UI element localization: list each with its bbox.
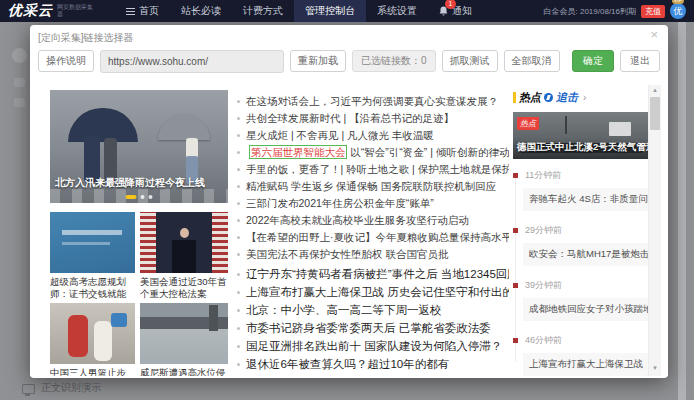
photo-sign-image xyxy=(50,212,135,273)
bullet-icon xyxy=(513,283,518,288)
hot-news-card[interactable]: 热点 德国正式中止北溪2号天然气管道 xyxy=(513,112,649,159)
recharge-button[interactable]: 充值 xyxy=(641,5,665,18)
timeline-item[interactable]: 29分钟前 欧安会：马航MH17是被炮击落 xyxy=(513,224,649,266)
background-demo-label: 正文识别演示 xyxy=(22,381,101,395)
bullet-icon xyxy=(513,338,518,343)
hamburger-icon xyxy=(126,8,135,15)
link-selector-modal: [定向采集]链接选择器 × 操作说明 重新加载 已选链接数：0 抓取测试 全部取… xyxy=(30,25,668,378)
news-link[interactable]: 国足亚洲排名跌出前十 国家队建设为何陷入停滞？ xyxy=(237,337,509,355)
timeline-item[interactable]: 46分钟前 上海宣布打赢大上海保卫战 xyxy=(513,334,649,376)
carousel-dot[interactable] xyxy=(141,195,145,199)
photo-caption[interactable]: 威尼斯遭遇高水位侵袭 圣 xyxy=(140,367,228,376)
background-sidebar-icon xyxy=(14,98,25,107)
timeline-headline[interactable]: 欧安会：马航MH17是被炮击落 xyxy=(523,243,649,266)
carousel-dots xyxy=(126,195,153,199)
menu-item-must-read[interactable]: 站长必读 xyxy=(170,0,232,22)
yellow-bar xyxy=(513,92,516,103)
bullet-icon xyxy=(513,173,518,178)
news-link[interactable]: 手里的饭，更香了！| 聆听土地之歌 | 保护黑土地就是保护每个… xyxy=(237,161,509,178)
bell-icon: 1 xyxy=(439,6,448,16)
news-link[interactable]: 共创全球发展新时代 | 【沿着总书记的足迹】 xyxy=(237,110,509,127)
hot-topics-header[interactable]: 热点 追击 › xyxy=(513,90,649,105)
close-icon[interactable]: × xyxy=(650,28,658,42)
menu-item-pricing[interactable]: 计费方式 xyxy=(232,0,294,22)
app-logo: 优采云 xyxy=(8,2,53,20)
confirm-button[interactable]: 确定 xyxy=(572,50,614,72)
news-link[interactable]: 星火成炬 | 不舍再见 | 凡人微光 丰收温暖 xyxy=(237,127,509,144)
menu-item-notifications[interactable]: 1 通知 xyxy=(428,0,483,22)
news-link[interactable]: 辽宁丹东“持黄码者看病被拦”事件之后 当地12345回应 xyxy=(237,265,509,283)
timeline-item[interactable]: 39分钟前 成都地铁回应女子对小孩踹地铁 xyxy=(513,279,649,321)
chevron-right-icon: › xyxy=(583,92,586,103)
hot-caption[interactable]: 德国正式中止北溪2号天然气管道 xyxy=(517,141,649,154)
top-navbar: 优采云 网页数据采集器 首页 站长必读 计费方式 管理控制台 系统设置 1 通知… xyxy=(0,0,694,22)
photo-card[interactable]: 美国会通过近30年首个重大控枪法案 xyxy=(140,212,228,300)
news-link[interactable]: 【在希望的田野上·夏收记】今年夏粮收购总量保持高水平 xyxy=(237,229,509,246)
scrollbar-thumb[interactable] xyxy=(650,97,660,130)
news-link[interactable]: 2022年高校未就业高校毕业生服务攻坚行动启动 xyxy=(237,212,509,229)
content-scrollbar[interactable]: ▲ ▼ xyxy=(648,85,661,376)
news-link[interactable]: 美国宪法不再保护女性堕胎权 联合国官员批 xyxy=(237,246,509,263)
timeline-headline[interactable]: 奔驰车起火 4S店：非质量问题 xyxy=(523,188,649,211)
scroll-down-arrow[interactable]: ▼ xyxy=(649,363,661,374)
news-list: 在这场对话会上，习近平为何强调要真心实意谋发展？ 共创全球发展新时代 | 【沿着… xyxy=(237,93,509,263)
target-icon xyxy=(544,93,553,102)
embedded-webpage: 北方入汛来最强降雨过程今夜上线 超级高考志愿规划师：证书交钱就能拿 美国会通过近… xyxy=(30,85,668,376)
modal-title: [定向采集]链接选择器 xyxy=(38,31,134,45)
membership-status: 白金会员: 2019/08/16到期 xyxy=(544,6,636,17)
menu-item-settings[interactable]: 系统设置 xyxy=(366,0,428,22)
main-menu: 首页 站长必读 计费方式 管理控制台 系统设置 1 通知 xyxy=(115,0,483,22)
notification-badge: 1 xyxy=(445,0,456,9)
timeline-headline[interactable]: 成都地铁回应女子对小孩踹地铁 xyxy=(523,298,649,321)
photo-card[interactable]: 威尼斯遭遇高水位侵袭 圣 xyxy=(140,303,228,376)
menu-item-home[interactable]: 首页 xyxy=(115,0,170,22)
avatar[interactable]: 优 VIP xyxy=(670,3,686,19)
carousel-dot[interactable] xyxy=(126,195,137,199)
photo-venice-image xyxy=(140,303,228,364)
hot-timeline: 11分钟前 奔驰车起火 4S店：非质量问题 29分钟前 欧安会：马航MH17是被… xyxy=(513,169,649,376)
help-button[interactable]: 操作说明 xyxy=(38,50,94,72)
reload-button[interactable]: 重新加载 xyxy=(290,50,346,72)
photo-card[interactable]: 超级高考志愿规划师：证书交钱就能拿 xyxy=(50,212,135,300)
timeline-item[interactable]: 11分钟前 奔驰车起火 4S店：非质量问题 xyxy=(513,169,649,211)
hot-tag: 热点 xyxy=(517,117,539,130)
background-page-scrollbar xyxy=(678,22,686,400)
news-link[interactable]: 精准赋码 学生返乡 保通保畅 国务院联防联控机制回应 xyxy=(237,178,509,195)
vip-badge: VIP xyxy=(672,0,684,4)
carousel-caption[interactable]: 北方入汛来最强降雨过程今夜上线 xyxy=(55,176,205,190)
photo-caption[interactable]: 美国会通过近30年首个重大控枪法案 xyxy=(140,276,228,300)
exit-button[interactable]: 退出 xyxy=(620,50,660,72)
selected-count: 已选链接数：0 xyxy=(352,50,436,72)
app-tagline: 网页数据采集器 xyxy=(57,4,93,18)
menu-item-console[interactable]: 管理控制台 xyxy=(294,0,366,22)
background-sidebar-icon xyxy=(14,78,25,87)
news-list-major: 辽宁丹东“持黄码者看病被拦”事件之后 当地12345回应 上海宣布打赢大上海保卫… xyxy=(237,265,509,373)
timeline-headline[interactable]: 上海宣布打赢大上海保卫战 xyxy=(523,353,649,376)
photo-basketball-image xyxy=(50,303,135,364)
carousel-dot[interactable] xyxy=(149,195,153,199)
url-input[interactable] xyxy=(100,50,284,73)
selected-link-highlight[interactable]: 第六届世界智能大会 xyxy=(249,145,348,159)
navbar-right: 白金会员: 2019/08/16到期 充值 优 VIP xyxy=(544,3,686,19)
modal-toolbar: 操作说明 重新加载 已选链接数：0 抓取测试 全部取消 确定 退出 xyxy=(38,47,660,75)
photo-president-image xyxy=(140,212,228,273)
news-link[interactable]: 三部门发布2021年住房公积金年度“账单” xyxy=(237,195,509,212)
scroll-up-arrow[interactable]: ▲ xyxy=(649,85,661,96)
news-link-highlighted[interactable]: 第六届世界智能大会 以“智会”引“资金” | 倾听创新的律动 xyxy=(237,144,509,161)
photo-caption[interactable]: 中国三人男篮止步小组赛 xyxy=(50,367,135,376)
news-link[interactable]: 市委书记跻身省委常委两天后 已掌舵省委政法委 xyxy=(237,319,509,337)
news-link[interactable]: 上海宣布打赢大上海保卫战 历史会记住坚守和付出的所有人 xyxy=(237,283,509,301)
monitor-icon xyxy=(22,384,35,394)
news-link[interactable]: 退休近6年被查算久吗？超过10年的都有 xyxy=(237,355,509,373)
photo-card[interactable]: 中国三人男篮止步小组赛 xyxy=(50,303,135,376)
news-link[interactable]: 在这场对话会上，习近平为何强调要真心实意谋发展？ xyxy=(237,93,509,110)
background-sidebar-icon xyxy=(12,48,27,63)
photo-caption[interactable]: 超级高考志愿规划师：证书交钱就能拿 xyxy=(50,276,135,300)
news-link[interactable]: 北京：中小学、高一高二等下周一返校 xyxy=(237,301,509,319)
capture-test-button[interactable]: 抓取测试 xyxy=(442,50,498,72)
hot-topics-sidebar: 热点 追击 › 热点 德国正式中止北溪2号天然气管道 11分钟前 奔驰车起火 4… xyxy=(513,90,649,376)
cancel-all-button[interactable]: 全部取消 xyxy=(504,50,560,72)
carousel[interactable]: 北方入汛来最强降雨过程今夜上线 xyxy=(50,90,228,203)
bullet-icon xyxy=(513,228,518,233)
